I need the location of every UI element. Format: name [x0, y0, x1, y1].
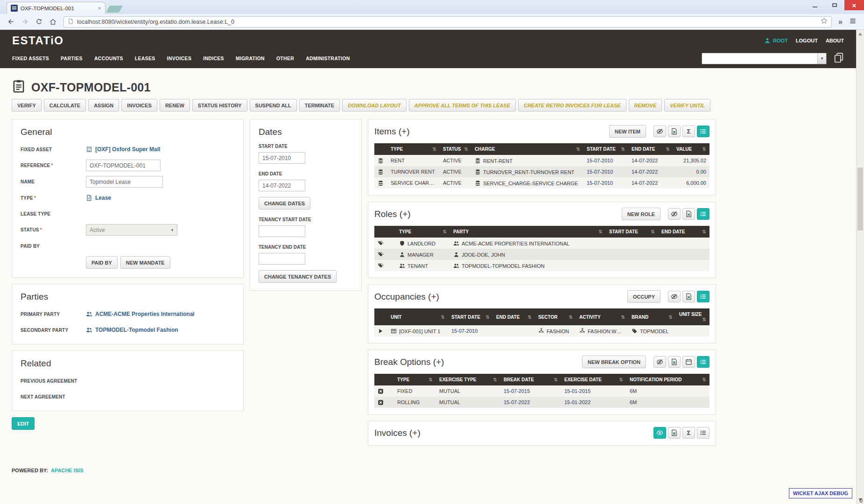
overflow-chevrons-icon[interactable]: »	[836, 18, 844, 26]
status-select[interactable]: Active ▾	[86, 224, 177, 236]
sigma-totals-icon[interactable]: Σ	[682, 427, 695, 439]
column-header-type[interactable]: TYPE⇅	[387, 143, 440, 155]
change-tenancy-dates-button[interactable]: CHANGE TENANCY DATES	[259, 270, 337, 283]
new-tab-button[interactable]	[106, 6, 123, 13]
sort-icon[interactable]: ⇅	[443, 229, 447, 234]
nav-parties[interactable]: PARTIES	[61, 56, 83, 61]
hide-table-eye-slash-icon[interactable]	[653, 126, 666, 137]
window-close-button[interactable]: ×	[844, 0, 864, 10]
user-name[interactable]: ROOT	[773, 38, 788, 43]
new-role-button[interactable]: NEW ROLE	[622, 208, 660, 220]
column-header-end-date[interactable]: END DATE⇅	[658, 226, 709, 238]
column-header-end-date[interactable]: END DATE⇅	[493, 308, 535, 325]
table-row[interactable]: MANAGER JDOE-DOE, JOHN	[374, 249, 709, 260]
renew-button[interactable]: RENEW	[160, 99, 190, 112]
invoices-title[interactable]: Invoices (+)	[374, 428, 653, 438]
column-header-notification-period[interactable]: NOTIFICATION PERIOD⇅	[626, 374, 709, 385]
column-header-unit-size[interactable]: UNIT SIZE⇅	[676, 308, 709, 325]
browser-tab[interactable]: OXF-TOPMODEL-001 ×	[7, 2, 105, 14]
wicket-ajax-debug-button[interactable]: WICKET AJAX DEBUG	[789, 488, 852, 498]
table-row[interactable]: SERVICE CHARGE ACTIVE SERVICE_CHARGE-SER…	[374, 177, 709, 189]
sort-icon[interactable]: ⇅	[528, 315, 532, 320]
export-excel-icon[interactable]	[668, 126, 681, 137]
secondary-party-link[interactable]: TOPMODEL-Topmodel Fashion	[86, 327, 178, 333]
suspend-all-button[interactable]: SUSPEND ALL	[250, 99, 297, 112]
column-header-unit[interactable]: UNIT⇅	[387, 308, 448, 325]
hide-table-eye-slash-icon[interactable]	[653, 356, 666, 368]
address-bar[interactable]: localhost:8080/wicket/entity/org.estatio…	[63, 16, 832, 28]
status-history-button[interactable]: STATUS HISTORY	[192, 99, 247, 112]
sort-icon[interactable]: ⇅	[576, 147, 580, 152]
column-header-exercise-date[interactable]: EXERCISE DATE⇅	[561, 374, 626, 385]
scroll-up-arrow-icon[interactable]	[858, 33, 862, 35]
approve-all-terms-button[interactable]: APPROVE ALL TERMS OF THIS LEASE	[409, 99, 516, 112]
occupancies-title[interactable]: Occupancies (+)	[374, 292, 627, 302]
logout-link[interactable]: LOGOUT	[796, 38, 818, 43]
sort-icon[interactable]: ⇅	[669, 315, 673, 320]
table-row[interactable]: [OXF-001] UNIT 1 15-07-2010 FASHION FASH…	[374, 325, 709, 336]
verify-until-button[interactable]: VERIFY UNTIL	[664, 99, 710, 112]
window-maximize-button[interactable]	[825, 0, 844, 10]
invoices-button[interactable]: INVOICES	[121, 99, 157, 112]
copy-link-icon[interactable]	[834, 52, 844, 64]
sort-icon[interactable]: ⇅	[569, 315, 573, 320]
list-view-icon[interactable]	[697, 126, 709, 137]
download-layout-button[interactable]: DOWNLOAD LAYOUT	[342, 99, 406, 112]
sort-icon[interactable]: ⇅	[702, 317, 706, 322]
change-dates-button[interactable]: CHANGE DATES	[259, 197, 310, 210]
column-header-status[interactable]: STATUS⇅	[440, 143, 471, 155]
export-excel-icon[interactable]	[668, 356, 681, 368]
browser-menu-icon[interactable]	[846, 17, 859, 27]
column-header-end-date[interactable]: END DATE⇅	[628, 143, 673, 155]
hide-table-eye-slash-icon[interactable]	[668, 291, 681, 302]
refresh-button[interactable]	[33, 16, 45, 28]
home-button[interactable]	[47, 16, 59, 28]
column-header-charge[interactable]: CHARGE⇅	[471, 143, 583, 155]
column-header-start-date[interactable]: START DATE⇅	[606, 226, 658, 238]
sort-icon[interactable]: ⇅	[493, 377, 497, 382]
verify-button[interactable]: VERIFY	[12, 99, 42, 112]
nav-accounts[interactable]: ACCOUNTS	[94, 56, 123, 61]
column-header-start-date[interactable]: START DATE⇅	[448, 308, 493, 325]
sort-icon[interactable]: ⇅	[702, 377, 706, 382]
scrollbar-thumb[interactable]	[857, 168, 863, 231]
nav-administration[interactable]: ADMINISTRATION	[306, 56, 350, 61]
show-table-eye-icon[interactable]	[653, 427, 666, 439]
name-input[interactable]	[86, 176, 163, 188]
reference-input[interactable]	[86, 160, 161, 171]
window-minimize-button[interactable]	[805, 0, 825, 10]
export-excel-icon[interactable]	[668, 427, 681, 439]
table-row[interactable]: TURNOVER RENT ACTIVE TURNOVER_RENT-TURNO…	[374, 166, 709, 177]
terminate-button[interactable]: TERMINATE	[299, 99, 340, 112]
sort-icon[interactable]: ⇅	[621, 147, 625, 152]
sort-icon[interactable]: ⇅	[666, 147, 670, 152]
hide-table-eye-slash-icon[interactable]	[668, 208, 681, 220]
sort-icon[interactable]: ⇅	[464, 147, 468, 152]
sort-icon[interactable]: ⇅	[554, 377, 558, 382]
start-date-input[interactable]	[259, 152, 305, 164]
occupy-button[interactable]: OCCUPY	[627, 290, 660, 303]
sort-icon[interactable]: ⇅	[651, 229, 655, 234]
sort-icon[interactable]: ⇅	[619, 377, 623, 382]
column-header-sector[interactable]: SECTOR⇅	[535, 308, 576, 325]
type-link[interactable]: Lease	[86, 195, 111, 201]
list-view-icon[interactable]	[697, 427, 709, 439]
sort-icon[interactable]: ⇅	[486, 315, 490, 320]
table-row[interactable]: LANDLORD ACME-ACME PROPERTIES INTERNATIO…	[374, 238, 709, 249]
nav-other[interactable]: OTHER	[276, 56, 294, 61]
column-header-start-date[interactable]: START DATE⇅	[583, 143, 628, 155]
search-input[interactable]	[702, 53, 817, 64]
nav-fixed-assets[interactable]: FIXED ASSETS	[12, 56, 49, 61]
sort-icon[interactable]: ⇅	[599, 229, 603, 234]
nav-migration[interactable]: MIGRATION	[236, 56, 265, 61]
sort-icon[interactable]: ⇅	[702, 229, 706, 234]
assign-button[interactable]: ASSIGN	[88, 99, 119, 112]
sort-icon[interactable]: ⇅	[433, 147, 436, 152]
fixed-asset-link[interactable]: [OXF] Oxford Super Mall	[86, 146, 160, 153]
export-excel-icon[interactable]	[682, 291, 695, 302]
column-header-type[interactable]: TYPE⇅	[396, 226, 450, 238]
nav-indices[interactable]: INDICES	[203, 56, 224, 61]
export-excel-icon[interactable]	[682, 208, 695, 220]
new-item-button[interactable]: NEW ITEM	[609, 125, 646, 138]
sort-icon[interactable]: ⇅	[621, 315, 625, 320]
